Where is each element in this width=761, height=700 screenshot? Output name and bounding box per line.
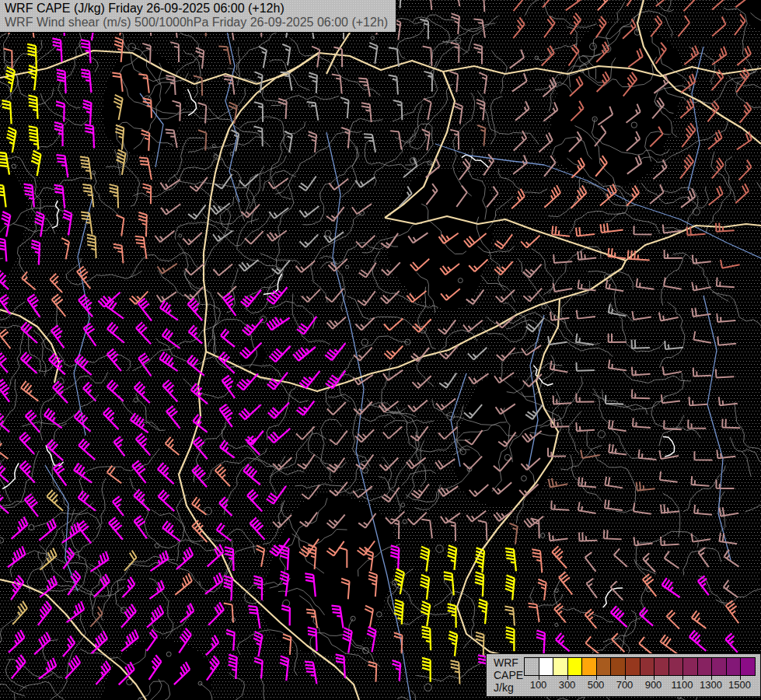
legend-swatch: [727, 658, 742, 675]
legend-swatch: [698, 658, 713, 675]
legend-tick-label: 1300: [700, 680, 722, 691]
legend-label-model: WRF: [494, 656, 523, 669]
legend-swatch: [641, 658, 655, 675]
weather-map-canvas: [0, 0, 761, 700]
legend-tick-label: 900: [645, 680, 662, 691]
legend-swatch: [611, 658, 626, 675]
legend-swatch: [525, 658, 539, 675]
legend-swatch: [626, 658, 641, 675]
title-wind-shear: WRF Wind shear (m/s) 500/1000hPa Friday …: [5, 16, 388, 30]
legend-tick-label: 700: [616, 680, 634, 691]
legend-swatch: [582, 658, 597, 675]
legend-swatch: [568, 658, 583, 675]
title-cape: WRF CAPE (J/kg) Friday 26-09-2025 06:00 …: [5, 2, 388, 16]
title-box: WRF CAPE (J/kg) Friday 26-09-2025 06:00 …: [0, 0, 396, 33]
legend-label-variable: CAPE: [494, 669, 523, 681]
legend-labels: WRF CAPE J/kg: [494, 656, 523, 694]
legend-label-unit: J/kg: [494, 681, 523, 694]
legend-swatch: [655, 658, 669, 675]
legend-tick-label: 100: [530, 680, 547, 691]
legend-tick-label: 500: [588, 680, 605, 691]
legend-swatch: [683, 658, 698, 675]
legend-swatch: [597, 658, 612, 675]
legend-tick-label: 1500: [728, 680, 751, 691]
legend-swatch: [669, 658, 684, 675]
cape-colorbar-ticks: 100300500700900110013001500: [524, 675, 754, 695]
legend-swatch: [553, 658, 568, 675]
legend-swatch: [712, 658, 727, 675]
legend-swatch: [539, 658, 554, 675]
weather-map: WRF CAPE (J/kg) Friday 26-09-2025 06:00 …: [0, 0, 761, 700]
legend-swatch: [741, 658, 755, 675]
legend-tick-label: 300: [559, 680, 576, 691]
cape-legend: WRF CAPE J/kg 10030050070090011001300150…: [486, 653, 761, 697]
legend-tick-label: 1100: [672, 680, 693, 691]
cape-colorbar: [524, 657, 756, 676]
